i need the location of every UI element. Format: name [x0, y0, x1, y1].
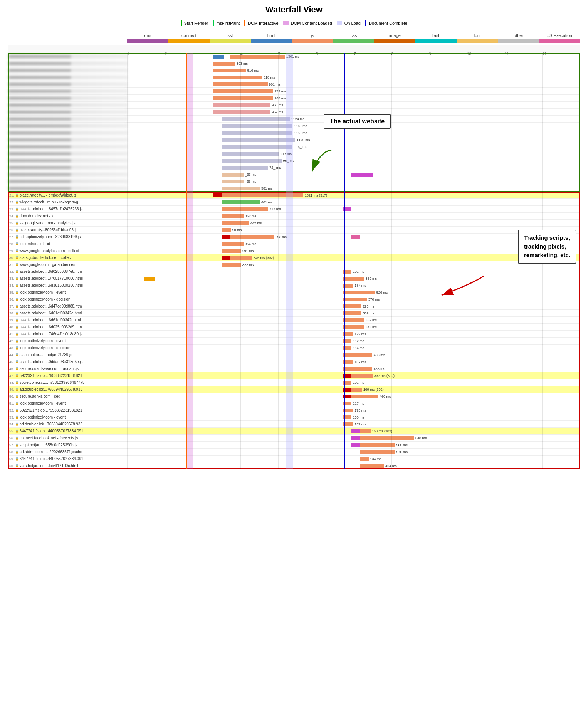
row-timeline: 818 ms	[127, 74, 580, 81]
row-url: 41.🔒assets.adobedt...746d47ca018a80.js	[8, 332, 127, 336]
bar-label: 72_ ms	[269, 166, 281, 170]
type-flash: flash	[415, 33, 457, 38]
table-row: 50.🔒secure.adnxs.com - seg460 ms	[8, 393, 580, 400]
type-dns: dns	[127, 33, 168, 38]
lock-icon: 🔒	[15, 388, 19, 391]
row-url: 57.🔒script.hotjar....a558e0d025390b.js	[8, 443, 127, 447]
row-timeline: 169 ms (302)	[127, 386, 580, 393]
bar	[343, 395, 352, 398]
lock-icon: 🔒	[15, 249, 19, 252]
bar	[351, 429, 360, 433]
row-timeline: _33 ms	[127, 171, 580, 178]
bar	[222, 180, 244, 183]
table-row: xxxxxxxxxxxxxxxxxxxxxxxxxxxxxxxx115_ ms	[8, 129, 580, 136]
row-timeline: 901 ms	[127, 81, 580, 87]
bar-label: 516 ms	[247, 69, 259, 72]
bar-label: 116_ ms	[294, 124, 307, 128]
table-row: xxxxxxxxxxxxxxxxxxxxxxxxxxxxxxxx516 ms	[8, 67, 580, 74]
row-url: 53.🔒logx.optimizely.com - event	[8, 415, 127, 419]
row-timeline: 840 ms	[127, 435, 580, 441]
row-timeline: 917 ms	[127, 150, 580, 157]
row-url: 45.🔒assets.adobedt...0ddae98e318e5e.js	[8, 360, 127, 364]
row-url: 35.🔒logx.optimizely.com - event	[8, 290, 127, 294]
table-row: 51.🔒logx.optimizely.com - event117 ms	[8, 400, 580, 407]
table-row: 46.🔒secure.quantserve.com - aquant.js468…	[8, 365, 580, 372]
legend-msfirstpaint-label: msFirstPaint	[216, 21, 240, 25]
bar	[222, 235, 231, 239]
lock-icon: 🔒	[15, 263, 19, 266]
color-image	[374, 39, 415, 43]
waterfall-page: Waterfall View Start Render msFirstPaint…	[0, 0, 588, 469]
bar	[222, 200, 260, 204]
legend-msfirstpaint: msFirstPaint	[213, 20, 240, 26]
bar	[343, 291, 375, 294]
lock-icon: 🔒	[15, 284, 19, 287]
bar-label: 337 ms (302)	[374, 374, 395, 378]
table-row: 36.🔒logx.optimizely.com - decision370 ms	[8, 296, 580, 303]
bar	[222, 187, 260, 190]
bar	[222, 207, 268, 211]
table-row: 37.🔒assets.adobedt...6d47cd00d888.html29…	[8, 303, 580, 310]
bar-label: 95_ ms	[283, 159, 295, 163]
lock-icon: 🔒	[15, 235, 19, 239]
legend-dom-content-loaded: DOM Content Loaded	[283, 21, 332, 25]
color-js	[292, 39, 333, 43]
row-url: xxxxxxxxxxxxxxxxxxxxxxxxxxxxxxxx	[8, 151, 127, 156]
table-row: 34.🔒assets.adobedt...6d3616000256.html18…	[8, 282, 580, 289]
table-row: 40.🔒assets.adobedt...6d025c0032d9.html34…	[8, 324, 580, 331]
row-url: xxxxxxxxxxxxxxxxxxxxxxxxxxxxxxxx	[8, 186, 127, 190]
bar-label: 117 ms	[353, 402, 365, 405]
row-url: 25.🔒ssl.google-ana...om - analytics.js	[8, 221, 127, 225]
bar-label: 352 ms	[366, 318, 377, 322]
bar-label: 157 ms	[354, 422, 366, 426]
bar	[213, 69, 246, 72]
row-url: 54.🔒ad.doubleclick...7668944029678.933	[8, 422, 127, 426]
table-row: xxxxxxxxxxxxxxxxxxxxxxxxxxxxxxxx1301 ms	[8, 53, 580, 60]
row-url: xxxxxxxxxxxxxxxxxxxxxxxxxxxxxxxx	[8, 117, 127, 121]
table-row: xxxxxxxxxxxxxxxxxxxxxxxxxxxxxxxx116_ ms	[8, 143, 580, 150]
row-timeline: 560 ms	[127, 442, 580, 448]
row-timeline: 101 ms	[127, 268, 580, 275]
bar	[222, 131, 292, 135]
rows-inner: xxxxxxxxxxxxxxxxxxxxxxxxxxxxxxxx1301 msx…	[8, 53, 580, 469]
waterfall-area: 1 2 4 5 6 7 8 9 10 11 12	[8, 45, 580, 469]
table-row: 45.🔒assets.adobedt...0ddae98e318e5e.js15…	[8, 358, 580, 365]
row-timeline: 570 ms	[127, 449, 580, 455]
bar-label: 90 ms	[232, 228, 242, 232]
page-title: Waterfall View	[0, 0, 588, 18]
row-url: 46.🔒secure.quantserve.com - aquant.js	[8, 367, 127, 371]
row-timeline: 352 ms	[127, 213, 580, 219]
row-timeline: 309 ms	[127, 310, 580, 316]
table-row: 60.🔒vars.hotjar.com...fcb4f17100c.html40…	[8, 462, 580, 469]
lock-icon: 🔒	[15, 429, 19, 433]
bar-label: 717 ms	[269, 207, 281, 211]
row-timeline: 601 ms	[127, 199, 580, 205]
lock-icon: 🔒	[15, 304, 19, 308]
bar-label: 468 ms	[374, 367, 385, 371]
bar-label: 291 ms	[242, 249, 254, 253]
row-url: 40.🔒assets.adobedt...6d025c0032d9.html	[8, 325, 127, 329]
bar-label: 968 ms	[274, 96, 286, 100]
row-timeline: 359 ms	[127, 275, 580, 282]
bar-label: 840 ms	[415, 436, 427, 440]
bar-label: 581 ms	[261, 187, 273, 190]
bar	[222, 173, 244, 177]
bar	[213, 193, 222, 197]
row-timeline: 293 ms	[127, 303, 580, 309]
lock-icon: 🔒	[15, 200, 19, 204]
bar-label: 352 ms	[245, 214, 257, 218]
row-url: 27.🔒cdn.optimizely.com - 8269983199.js	[8, 235, 127, 239]
row-url: 44.🔒static.hotjar.... - hotjar-21739.js	[8, 353, 127, 357]
type-font: font	[457, 33, 498, 38]
bar-label: 150 ms (302)	[372, 429, 392, 433]
bar-label: 309 ms	[363, 311, 375, 315]
bar	[343, 367, 373, 371]
table-row: 29.🔒www.google-analytics.com - collect29…	[8, 247, 580, 254]
bar	[343, 339, 352, 343]
bar	[360, 443, 395, 447]
bar-label: 359 ms	[366, 277, 377, 281]
bar	[213, 62, 235, 66]
lock-icon: 🔒	[15, 457, 19, 461]
bar-label: 346 ms (302)	[254, 256, 274, 260]
lock-icon: 🔒	[15, 311, 19, 315]
